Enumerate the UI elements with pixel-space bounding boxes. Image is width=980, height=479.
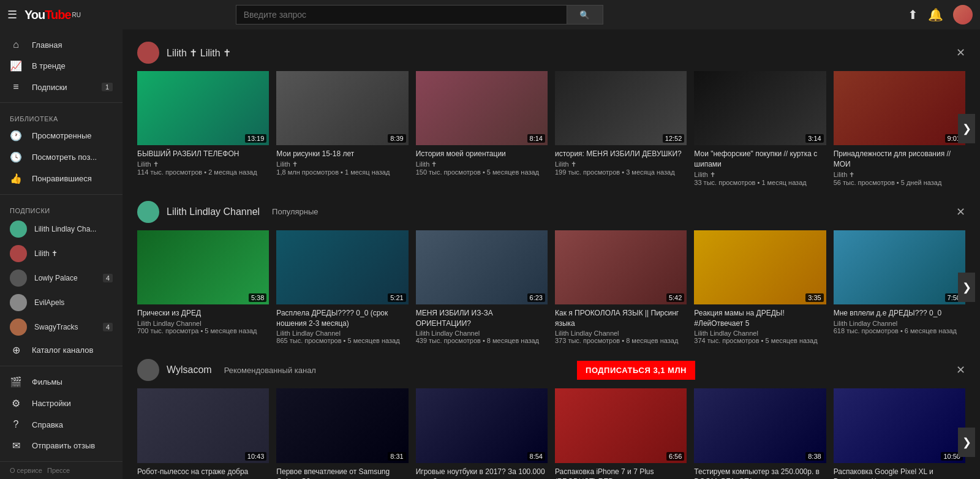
bell-icon[interactable]: 🔔 [928,7,943,22]
video-card-1-3[interactable]: 5:42Как я ПРОКОЛОЛА ЯЗЫК || Пирсинг язык… [555,230,687,345]
search-icon: 🔍 [579,10,590,20]
video-title-0-0: БЫВШИЙ РАЗБИЛ ТЕЛЕФОН [137,149,269,159]
grid-nav-arrow-0[interactable]: ❯ [958,114,975,143]
video-card-2-4[interactable]: 8:38Тестируем компьютер за 250.000р. в D… [694,388,826,479]
video-card-0-3[interactable]: 12:52история: МЕНЯ ИЗБИЛИ ДЕВУШКИ?Lilith… [555,71,687,186]
footer-about[interactable]: О сервисе [10,467,42,474]
youtube-logo[interactable]: YouTube RU [24,8,81,22]
avatar-image [953,5,973,25]
avatar[interactable] [953,5,973,25]
channel-section-2: WylsacomРекомендованный каналПОДПИСАТЬСЯ… [137,359,965,479]
video-card-2-1[interactable]: 8:31Первое впечатление от Samsung Galaxy… [276,388,408,479]
video-card-2-5[interactable]: 10:50Распаковка Google Pixel XL и Daydre… [834,388,965,479]
video-thumb-2-2: 8:54 [416,388,548,462]
video-thumb-1-3: 5:42 [555,230,687,304]
video-card-0-2[interactable]: 8:14История моей ориентацииLilith ✝150 т… [416,71,548,186]
video-duration-2-3: 6:56 [666,452,684,461]
video-views-0-3: 199 тыс. просмотров • 3 месяца назад [555,168,687,176]
sidebar-item-help[interactable]: ? Справка [0,414,123,435]
channel-section-name-1[interactable]: Lilith Lindlay Channel [167,206,260,217]
video-meta-0-0: Lilith ✝114 тыс. просмотров • 2 месяца н… [137,160,269,176]
sidebar-item-catalog[interactable]: ⊕ Каталог каналов [0,339,123,361]
channel-section-avatar-1[interactable] [137,201,159,223]
sidebar-item-watchlater[interactable]: 🕓 Посмотреть поз... [0,146,123,168]
video-views-1-3: 373 тыс. просмотров • 8 месяцев назад [555,337,687,344]
sidebar-bottom-section: 🎬 Фильмы ⚙ Настройки ? Справка ✉ Отправи… [0,366,123,462]
search-input[interactable] [236,5,567,25]
video-title-0-4: Мои "нефорские" покупки // куртка с шипа… [694,149,826,170]
sidebar-item-history[interactable]: 🕐 Просмотренные [0,125,123,146]
video-duration-0-3: 12:52 [663,134,685,143]
sidebar-item-feedback[interactable]: ✉ Отправить отзыв [0,435,123,456]
sidebar-item-trending[interactable]: 📈 В тренде [0,55,123,77]
video-card-1-2[interactable]: 6:23МЕНЯ ИЗБИЛИ ИЗ-ЗА ОРИЕНТАЦИИ?Lilith … [416,230,548,345]
video-title-1-5: Мне вплели д.е ДРЕДЫ??? 0_0 [834,308,965,319]
video-channel-name-1-1: Lilith Lindlay Channel [276,330,408,337]
sidebar-item-subscriptions[interactable]: ≡ Подписки 1 [0,77,123,97]
channel-section-name-2[interactable]: Wylsacom [167,364,212,375]
help-icon: ? [10,419,22,430]
sidebar-subscriptions-section: ПОДПИСКИ Lilith Lindlay Cha... Lilith ✝ … [0,195,123,366]
video-card-1-4[interactable]: 3:35Реакция мамы на ДРЕДЫ! #ЛейОтвечает … [694,230,826,345]
video-card-0-5[interactable]: 9:01Принадлежности для рисования // МОИL… [834,71,965,186]
sidebar-channel-lilith[interactable]: Lilith ✝ [0,241,123,266]
sidebar-item-settings[interactable]: ⚙ Настройки [0,393,123,414]
menu-icon[interactable]: ☰ [7,8,17,21]
video-duration-2-4: 8:38 [805,452,823,461]
video-card-2-0[interactable]: 10:43Робот-пылесос на страже добраWylsac… [137,388,269,479]
grid-nav-arrow-1[interactable]: ❯ [958,273,975,302]
video-duration-0-0: 13:19 [245,134,267,143]
video-thumb-1-4: 3:35 [694,230,826,304]
search-button[interactable]: 🔍 [567,5,603,25]
footer-press[interactable]: Прессе [47,467,70,474]
sidebar-item-movies[interactable]: 🎬 Фильмы [0,371,123,393]
feedback-icon: ✉ [10,440,22,451]
video-grid-2: 10:43Робот-пылесос на страже добраWylsac… [137,388,965,479]
sidebar-channel-swagy[interactable]: SwagyTracks 4 [0,315,123,339]
sidebar-channel-lowly[interactable]: Lowly Palace 4 [0,266,123,290]
watchlater-icon: 🕓 [10,151,22,163]
video-duration-0-4: 3:14 [805,134,823,143]
video-duration-2-0: 10:43 [245,452,267,461]
channel-section-name-0[interactable]: Lilith ✝ Lilith ✝ [167,47,231,59]
logo-you: You [24,8,45,21]
channel-section-avatar-2[interactable] [137,359,159,381]
upload-icon[interactable]: ⬆ [908,7,918,22]
video-duration-1-1: 5:21 [388,293,405,302]
settings-icon: ⚙ [10,398,22,409]
video-thumb-2-0: 10:43 [137,388,269,462]
grid-nav-arrow-2[interactable]: ❯ [958,428,975,457]
video-card-1-5[interactable]: 7:50Мне вплели д.е ДРЕДЫ??? 0_0Lilith Li… [834,230,965,345]
close-button-0[interactable]: ✕ [956,46,965,59]
channel-section-avatar-0[interactable] [137,42,159,64]
sidebar-item-home[interactable]: ⌂ Главная [0,34,123,55]
channel-badge-lowly: 4 [103,274,113,282]
video-card-0-0[interactable]: 13:19БЫВШИЙ РАЗБИЛ ТЕЛЕФОНLilith ✝114 ты… [137,71,269,186]
channel-name-lowly: Lowly Palace [34,274,96,282]
video-card-2-2[interactable]: 8:54Игровые ноутбуки в 2017? За 100.000 … [416,388,548,479]
sidebar-label-trending: В тренде [32,61,113,70]
video-card-2-3[interactable]: 6:56Распаковка iPhone 7 и 7 Plus (PRODUC… [555,388,687,479]
video-card-1-1[interactable]: 5:21Расплела ДРЕДЫ???? 0_0 (срок ношения… [276,230,408,345]
video-channel-name-1-4: Lilith Lindlay Channel [694,330,826,337]
video-thumb-1-0: 5:38 [137,230,269,304]
sidebar-channel-lindlay[interactable]: Lilith Lindlay Cha... [0,217,123,241]
subscribe-button-2[interactable]: ПОДПИСАТЬСЯ 3,1 МЛН [577,361,695,380]
video-card-0-1[interactable]: 8:39Мои рисунки 15-18 летLilith ✝1,8 млн… [276,71,408,186]
logo-tube: Tube [45,8,70,21]
close-button-2[interactable]: ✕ [956,363,965,377]
video-duration-1-4: 3:35 [805,293,823,302]
channel-section-1: Lilith Lindlay ChannelПопулярные✕5:38При… [137,201,965,345]
video-card-1-0[interactable]: 5:38Прически из ДРЕДLilith Lindlay Chann… [137,230,269,345]
video-duration-2-1: 8:31 [388,452,405,461]
channel-name-lindlay: Lilith Lindlay Cha... [34,225,113,233]
channel-avatar-swagy [10,319,27,336]
video-card-0-4[interactable]: 3:14Мои "нефорские" покупки // куртка с … [694,71,826,186]
sidebar-item-liked[interactable]: 👍 Понравившиеся [0,168,123,189]
video-views-1-5: 618 тыс. просмотров • 6 месяцев назад [834,327,965,334]
sidebar-channel-evil[interactable]: EvilApels [0,290,123,315]
video-thumb-2-3: 6:56 [555,388,687,462]
video-channel-name-0-1: Lilith ✝ [276,160,408,168]
close-button-1[interactable]: ✕ [956,205,965,219]
channel-section-tag-2: Рекомендованный канал [224,366,316,375]
